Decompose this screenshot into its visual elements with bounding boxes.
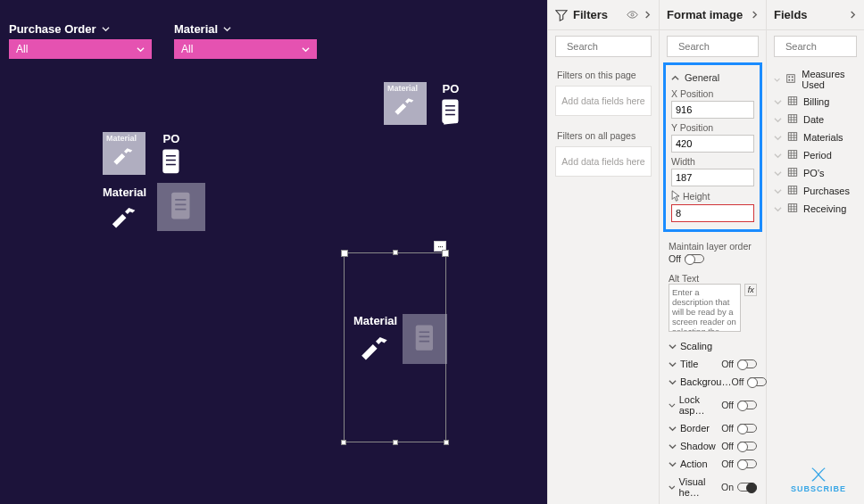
field-label: Receiving (803, 203, 846, 214)
toggle-state: Off (731, 376, 744, 387)
fields-search[interactable] (774, 36, 857, 57)
field-item-receiving[interactable]: Receiving (767, 200, 864, 218)
po-image-dim[interactable] (157, 183, 205, 231)
svg-rect-19 (788, 204, 796, 212)
chevron-right-icon[interactable] (751, 11, 759, 19)
table-icon (787, 202, 798, 213)
table-icon (787, 185, 798, 195)
maintain-layer-toggle[interactable]: Off (669, 253, 704, 264)
input-x-position[interactable] (671, 101, 754, 119)
format-section-backgrou[interactable]: Backgrou…Off (660, 373, 766, 391)
chevron-right-icon[interactable] (849, 11, 857, 19)
filters-all-dropwell[interactable]: Add data fields here (555, 146, 652, 177)
clipboard-icon[interactable] (158, 147, 185, 178)
alt-text-input[interactable] (669, 284, 741, 332)
prop-label-y: Y Position (671, 122, 754, 133)
format-section-scaling[interactable]: Scaling (660, 337, 766, 355)
field-item-billing[interactable]: Billing (767, 93, 864, 111)
table-icon (787, 113, 798, 124)
section-toggle[interactable]: Off (721, 459, 757, 469)
chevron-down-icon (669, 483, 676, 492)
svg-rect-17 (788, 169, 796, 177)
field-label: Billing (803, 96, 829, 107)
format-section-title[interactable]: TitleOff (660, 355, 766, 373)
field-item-purchases[interactable]: Purchases (767, 182, 864, 200)
clipboard-icon[interactable] (437, 97, 464, 128)
alt-text-label: Alt Text (669, 273, 757, 284)
search-input[interactable] (785, 41, 864, 52)
nav-group-small: Material PO (384, 82, 464, 128)
dna-icon (809, 467, 828, 483)
subscribe-badge[interactable]: SUBSCRIBE (791, 467, 846, 493)
report-canvas[interactable]: Purchase Order All Material All Material… (0, 0, 547, 504)
format-search[interactable] (667, 36, 759, 57)
chevron-down-icon (774, 169, 782, 178)
slicer-purchase-order[interactable]: Purchase Order All (9, 22, 152, 59)
format-section-visualhe[interactable]: Visual he…On (660, 473, 766, 501)
table-icon (787, 167, 798, 178)
section-toggle[interactable]: On (721, 482, 757, 492)
toggle-state: On (721, 482, 734, 492)
eye-icon[interactable] (627, 9, 638, 21)
chevron-right-icon[interactable] (644, 11, 652, 19)
field-item-period[interactable]: Period (767, 146, 864, 164)
slicer-label: Purchase Order (9, 22, 96, 36)
input-width[interactable] (671, 169, 754, 186)
hammer-icon (393, 91, 418, 116)
section-toggle[interactable]: Off (721, 423, 757, 434)
material-label: Material (103, 186, 146, 199)
chevron-down-icon (774, 76, 780, 84)
format-section-shadow[interactable]: ShadowOff (660, 437, 766, 455)
pane-header: Format image (660, 0, 766, 30)
chevron-down-icon (669, 360, 677, 368)
format-section-action[interactable]: ActionOff (660, 455, 766, 473)
selected-visual-frame[interactable]: ··· Material (344, 252, 446, 442)
visual-options-button[interactable]: ··· (434, 241, 446, 252)
svg-rect-8 (787, 75, 795, 83)
filters-search[interactable] (555, 36, 652, 57)
pane-title: Filters (573, 8, 608, 21)
chevron-down-icon (774, 187, 782, 195)
input-height[interactable] (671, 204, 754, 222)
format-section-border[interactable]: BorderOff (660, 419, 766, 437)
field-item-measuresused[interactable]: Measures Used (767, 66, 864, 93)
section-general-header[interactable]: General (671, 72, 754, 83)
section-label: Shadow (680, 441, 716, 451)
toggle-state: Off (721, 400, 734, 410)
fx-button[interactable]: fx (744, 284, 757, 296)
slicer-dropdown[interactable]: All (9, 39, 152, 59)
slicer-dropdown[interactable]: All (174, 39, 317, 59)
table-icon (787, 95, 798, 106)
pane-title: Format image (667, 8, 743, 21)
filters-page-dropwell[interactable]: Add data fields here (555, 86, 652, 116)
chevron-down-icon (223, 25, 231, 33)
prop-label-height: Height (683, 191, 710, 202)
svg-rect-16 (788, 151, 796, 159)
prop-label-width: Width (671, 156, 754, 167)
field-item-date[interactable]: Date (767, 111, 864, 128)
material-image[interactable]: Material (103, 132, 145, 175)
material-image[interactable]: Material (384, 82, 427, 125)
section-toggle[interactable]: Off (721, 441, 757, 451)
field-item-materials[interactable]: Materials (767, 128, 864, 146)
field-label: Period (803, 150, 832, 161)
hammer-icon[interactable] (110, 199, 140, 229)
section-toggle[interactable]: Off (721, 359, 757, 369)
filter-icon (555, 9, 568, 21)
slicer-value: All (16, 43, 28, 55)
tile-caption: Material (387, 84, 418, 93)
field-item-pos[interactable]: PO's (767, 164, 864, 182)
section-toggle[interactable]: Off (731, 376, 767, 387)
input-y-position[interactable] (671, 135, 754, 153)
section-toggle[interactable]: Off (721, 400, 757, 410)
section-label: General (685, 72, 719, 83)
svg-rect-11 (789, 79, 791, 81)
prop-label-x: X Position (671, 88, 754, 99)
format-section-lockasp[interactable]: Lock asp…Off (660, 391, 766, 419)
pane-header: Filters (548, 0, 659, 30)
slicer-material[interactable]: Material All (174, 22, 317, 59)
pane-header: Fields (767, 0, 864, 30)
table-icon (787, 131, 798, 142)
svg-rect-12 (792, 79, 793, 81)
po-label: PO (443, 82, 460, 95)
